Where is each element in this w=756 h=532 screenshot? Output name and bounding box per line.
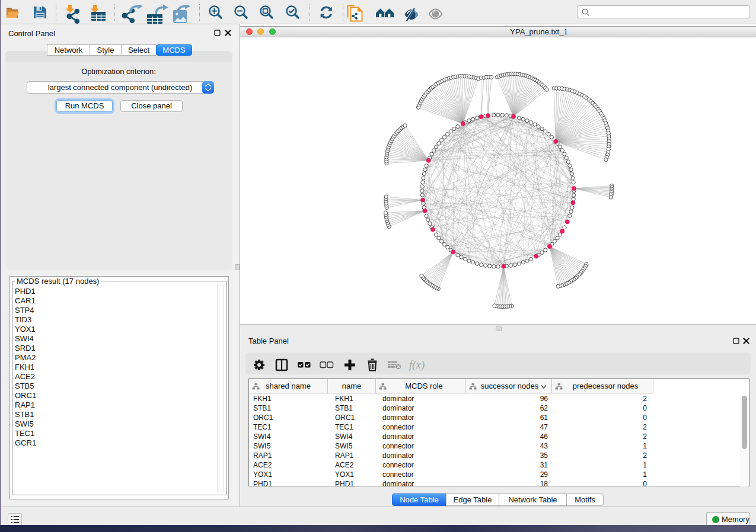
svg-text:f(x): f(x) xyxy=(409,358,425,371)
